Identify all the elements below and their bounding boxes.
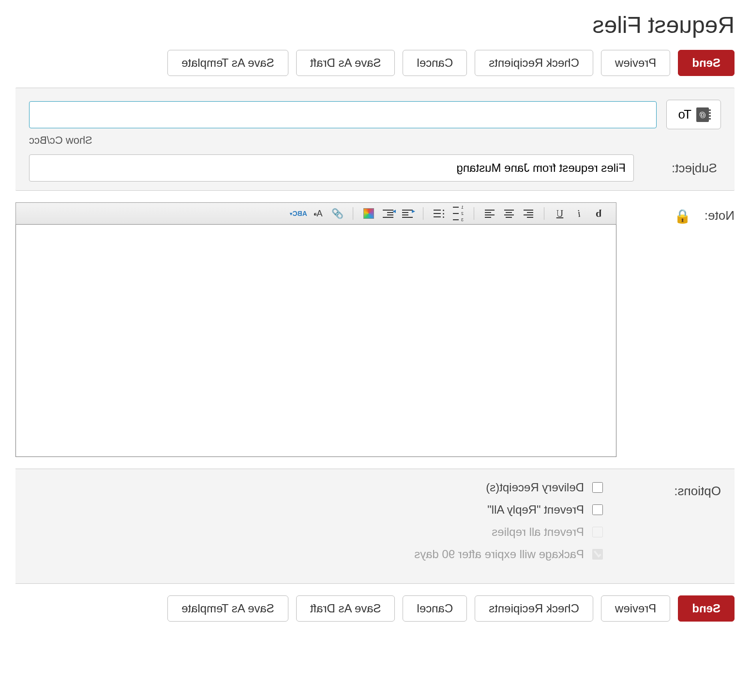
option-item-3: Package will expire after 90 days [29, 548, 605, 561]
option-label-0: Delivery Receipt(s) [486, 481, 584, 494]
italic-button[interactable]: i [572, 207, 586, 220]
option-item-0[interactable]: Delivery Receipt(s) [29, 481, 605, 494]
options-label: Options: [624, 481, 721, 570]
options-list: Delivery Receipt(s)Prevent "Reply All"Pr… [29, 481, 605, 570]
option-checkbox-1[interactable] [592, 504, 603, 515]
check-recipients-button-bottom[interactable]: Check Recipients [475, 595, 593, 622]
to-button-label: To [678, 107, 691, 122]
indent-button[interactable] [381, 207, 395, 220]
align-center-button[interactable] [502, 207, 516, 220]
to-button[interactable]: To [666, 100, 721, 129]
show-ccbcc-link[interactable]: Show Cc/Bcc [29, 134, 92, 147]
page-title: Request Files [15, 12, 735, 38]
option-checkbox-0[interactable] [592, 482, 603, 493]
ordered-list-button[interactable]: 1 2 3 [451, 207, 465, 220]
option-label-3: Package will expire after 90 days [414, 548, 584, 561]
cancel-button-bottom[interactable]: Cancel [403, 595, 467, 622]
note-label: Note: [705, 208, 735, 223]
options-panel: Options: Delivery Receipt(s)Prevent "Rep… [15, 469, 735, 584]
spellcheck-button[interactable]: ABC [292, 207, 305, 220]
option-item-1[interactable]: Prevent "Reply All" [29, 503, 605, 517]
text-color-button[interactable] [362, 207, 375, 220]
align-left-button[interactable] [522, 207, 535, 220]
note-editor[interactable] [15, 225, 616, 457]
subject-label: Subject: [644, 161, 721, 176]
unordered-list-button[interactable] [432, 207, 446, 220]
align-right-button[interactable] [483, 207, 496, 220]
preview-button-bottom[interactable]: Preview [601, 595, 670, 622]
save-template-button-bottom[interactable]: Save As Template [167, 595, 288, 622]
subject-input[interactable] [29, 154, 634, 182]
option-label-2: Prevent all replies [492, 525, 584, 539]
save-template-button[interactable]: Save As Template [167, 50, 288, 76]
send-button[interactable]: Send [678, 50, 735, 76]
top-button-bar: Send Preview Check Recipients Cancel Sav… [15, 50, 735, 76]
note-section: Note: 🔒 b i U [15, 202, 735, 457]
preview-button[interactable]: Preview [601, 50, 670, 76]
save-draft-button[interactable]: Save As Draft [296, 50, 395, 76]
bold-button[interactable]: b [592, 207, 605, 220]
to-input[interactable] [29, 101, 657, 128]
option-item-2: Prevent all replies [29, 525, 605, 539]
cancel-button[interactable]: Cancel [403, 50, 467, 76]
send-button-bottom[interactable]: Send [678, 595, 735, 622]
option-checkbox-3 [592, 549, 603, 560]
contacts-icon [696, 107, 709, 122]
outdent-button[interactable] [401, 207, 414, 220]
clear-formatting-button[interactable]: A𝗮 [311, 207, 325, 220]
underline-button[interactable]: U [553, 207, 567, 220]
option-label-1: Prevent "Reply All" [487, 503, 584, 517]
recipients-panel: To Show Cc/Bcc Subject: [15, 88, 735, 191]
editor-toolbar: b i U 1 2 3 [15, 202, 616, 225]
bottom-button-bar: Send Preview Check Recipients Cancel Sav… [15, 595, 735, 622]
save-draft-button-bottom[interactable]: Save As Draft [296, 595, 395, 622]
insert-link-button[interactable]: 🔗 [330, 207, 344, 220]
option-checkbox-2 [592, 527, 603, 537]
lock-icon: 🔒 [674, 208, 691, 224]
check-recipients-button[interactable]: Check Recipients [475, 50, 593, 76]
